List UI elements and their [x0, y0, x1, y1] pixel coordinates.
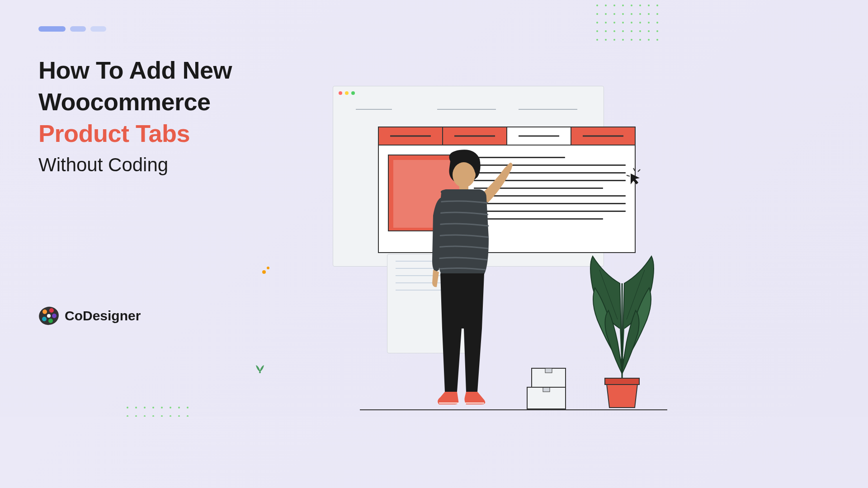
logo-text: CoDesigner	[65, 308, 141, 324]
svg-rect-21	[545, 368, 552, 373]
svg-rect-17	[605, 378, 639, 385]
heading-line-1: How To Add New	[38, 54, 292, 86]
svg-point-2	[42, 310, 47, 314]
svg-point-22	[259, 371, 261, 373]
svg-point-13	[470, 171, 476, 179]
svg-point-5	[48, 319, 53, 323]
illustration-person	[414, 148, 514, 410]
svg-point-4	[52, 314, 57, 318]
main-heading: How To Add New Woocommerce Product Tabs …	[38, 54, 292, 176]
svg-rect-19	[543, 387, 550, 392]
heading-line-2: Woocommerce	[38, 86, 292, 117]
decoration-orange-dots	[262, 267, 269, 274]
svg-point-3	[49, 308, 54, 313]
svg-line-10	[627, 175, 630, 176]
illustration-boxes	[518, 365, 572, 410]
decoration-leaf-icon	[253, 361, 267, 376]
logo: CoDesigner	[38, 305, 141, 326]
illustration-plant	[581, 238, 663, 410]
decoration-pills	[38, 26, 106, 32]
logo-palette-icon	[38, 305, 59, 326]
svg-line-8	[633, 168, 635, 171]
heading-subtitle: Without Coding	[38, 154, 292, 176]
svg-line-9	[638, 169, 640, 172]
decoration-dots-top	[596, 5, 658, 41]
cursor-icon	[624, 167, 642, 187]
heading-accent: Product Tabs	[38, 117, 292, 149]
illustration-floor-line	[360, 409, 667, 410]
svg-point-6	[42, 317, 47, 321]
decoration-dots-bottom	[127, 407, 189, 417]
svg-point-7	[47, 314, 51, 318]
